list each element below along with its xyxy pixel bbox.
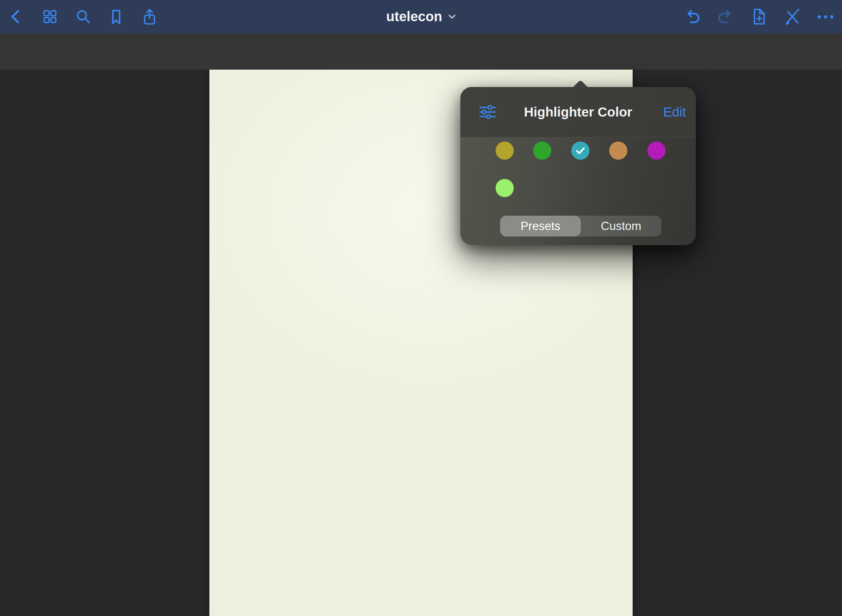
preset-color-teal-selected[interactable]: [571, 142, 589, 160]
redo-icon: [716, 8, 734, 26]
add-page-icon: [750, 8, 768, 26]
search-icon: [75, 8, 92, 25]
undo-icon: [683, 8, 702, 26]
tools-toolbar: [0, 33, 842, 70]
document-title-dropdown[interactable]: utelecon: [386, 0, 456, 33]
presets-custom-segmented-control: Presets Custom: [500, 216, 661, 236]
share-button[interactable]: [140, 8, 159, 26]
preset-color-orange[interactable]: [609, 142, 627, 160]
preset-color-magenta[interactable]: [647, 142, 666, 160]
popover-title: Highlighter Color: [524, 104, 632, 120]
preset-color-yellow[interactable]: [496, 142, 514, 160]
sliders-icon: [479, 104, 497, 120]
back-button[interactable]: [7, 8, 25, 26]
popover-header: Highlighter Color Edit: [460, 87, 696, 137]
page-title: utelecon: [386, 9, 442, 25]
page-thumbnails-icon: [42, 8, 58, 25]
bookmark-icon: [108, 8, 125, 25]
stylus-crossed-icon: [783, 8, 801, 26]
more-options-button[interactable]: [816, 8, 834, 26]
add-page-button[interactable]: [750, 8, 768, 26]
navbar: utelecon: [0, 0, 842, 33]
back-chevron-icon: [8, 8, 25, 25]
checkmark-icon: [576, 147, 585, 154]
stylus-mode-button[interactable]: [783, 8, 801, 26]
tab-custom[interactable]: Custom: [581, 216, 661, 236]
search-button[interactable]: [74, 8, 92, 26]
stroke-settings-button[interactable]: [479, 104, 497, 120]
edit-colors-button[interactable]: Edit: [660, 87, 689, 137]
more-options-icon: [817, 8, 834, 26]
tab-presets[interactable]: Presets: [500, 216, 581, 236]
redo-button[interactable]: [716, 8, 734, 26]
share-icon: [140, 8, 159, 26]
highlighter-color-popover: Highlighter Color Edit Presets Custom: [460, 87, 696, 245]
chevron-down-icon: [448, 14, 456, 19]
preset-color-green[interactable]: [533, 142, 551, 160]
undo-button[interactable]: [683, 8, 702, 26]
page-thumbnails-button[interactable]: [41, 8, 59, 26]
bookmark-button[interactable]: [107, 8, 125, 26]
preset-color-light-green[interactable]: [496, 179, 514, 197]
